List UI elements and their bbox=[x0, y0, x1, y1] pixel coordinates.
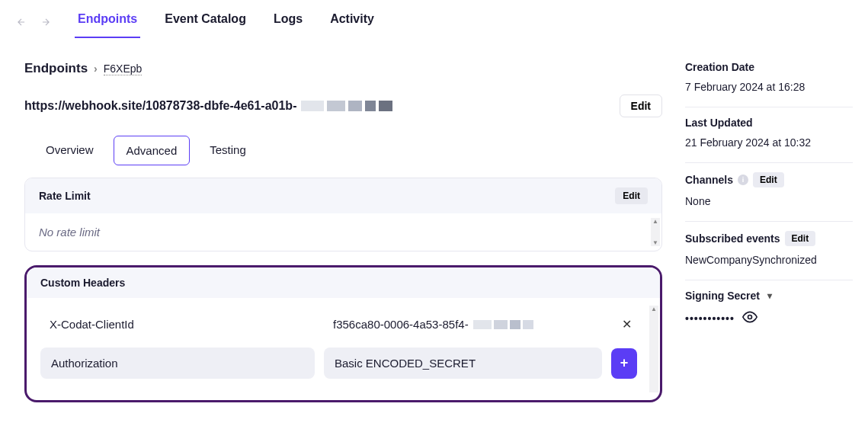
breadcrumb-id[interactable]: F6XEpb bbox=[104, 62, 143, 75]
edit-endpoint-button[interactable]: Edit bbox=[620, 94, 662, 117]
redacted-segment bbox=[301, 101, 392, 111]
scrollbar[interactable]: ▲▼ bbox=[649, 306, 658, 392]
rate-limit-panel: Rate Limit Edit No rate limit ▲▼ bbox=[24, 178, 662, 251]
eye-icon[interactable] bbox=[742, 309, 757, 327]
creation-date-section: Creation Date 7 February 2024 at 16:28 bbox=[685, 61, 853, 107]
rate-limit-edit-button[interactable]: Edit bbox=[615, 187, 648, 204]
delete-header-icon[interactable]: ✕ bbox=[616, 317, 637, 332]
header-key: X-Codat-ClientId bbox=[40, 310, 315, 338]
header-row: X-Codat-ClientId f356ca80-0006-4a53-85f4… bbox=[40, 310, 637, 338]
add-header-button[interactable]: + bbox=[611, 348, 637, 379]
endpoint-url-text: https://webhook.site/10878738-dbfe-4e61-… bbox=[24, 99, 296, 113]
svg-point-0 bbox=[748, 315, 751, 319]
channels-edit-button[interactable]: Edit bbox=[753, 172, 784, 187]
subscribed-events-label: Subscribed events bbox=[685, 232, 780, 245]
header-value-input[interactable] bbox=[324, 348, 602, 379]
channels-value: None bbox=[685, 195, 853, 207]
sub-tabs: Overview Advanced Testing bbox=[24, 136, 662, 165]
chevron-down-icon[interactable]: ▾ bbox=[767, 290, 772, 301]
info-icon[interactable]: i bbox=[738, 175, 748, 185]
tab-activity[interactable]: Activity bbox=[327, 6, 377, 38]
custom-headers-title: Custom Headers bbox=[40, 277, 125, 289]
last-updated-section: Last Updated 21 February 2024 at 10:32 bbox=[685, 107, 853, 163]
rate-limit-value: No rate limit bbox=[39, 226, 648, 239]
tab-endpoints[interactable]: Endpoints bbox=[75, 6, 140, 38]
creation-date-label: Creation Date bbox=[685, 61, 853, 73]
subtab-testing[interactable]: Testing bbox=[197, 136, 258, 165]
top-tabs: Endpoints Event Catalog Logs Activity bbox=[75, 6, 377, 38]
breadcrumb: Endpoints › F6XEpb bbox=[24, 61, 662, 76]
header-key-input[interactable] bbox=[40, 348, 315, 379]
header-value-text: f356ca80-0006-4a53-85f4- bbox=[333, 318, 469, 331]
signing-secret-masked: ••••••••••• bbox=[685, 312, 735, 325]
breadcrumb-root[interactable]: Endpoints bbox=[24, 61, 88, 76]
creation-date-value: 7 February 2024 at 16:28 bbox=[685, 81, 853, 93]
signing-secret-section: Signing Secret ▾ ••••••••••• bbox=[685, 280, 853, 341]
signing-secret-label: Signing Secret bbox=[685, 290, 760, 302]
nav-forward-icon[interactable] bbox=[37, 13, 55, 31]
tab-event-catalog[interactable]: Event Catalog bbox=[162, 6, 249, 38]
scrollbar[interactable]: ▲▼ bbox=[651, 218, 660, 246]
rate-limit-title: Rate Limit bbox=[39, 190, 91, 202]
subtab-overview[interactable]: Overview bbox=[34, 136, 106, 165]
nav-back-icon[interactable] bbox=[12, 13, 30, 31]
subscribed-events-value: NewCompanySynchronized bbox=[685, 254, 853, 266]
subtab-advanced[interactable]: Advanced bbox=[114, 136, 191, 165]
tab-logs[interactable]: Logs bbox=[271, 6, 306, 38]
channels-section: Channels i Edit None bbox=[685, 163, 853, 222]
channels-label: Channels bbox=[685, 174, 733, 186]
last-updated-value: 21 February 2024 at 10:32 bbox=[685, 136, 853, 149]
last-updated-label: Last Updated bbox=[685, 117, 853, 129]
endpoint-url: https://webhook.site/10878738-dbfe-4e61-… bbox=[24, 99, 392, 113]
header-value: f356ca80-0006-4a53-85f4- bbox=[324, 310, 607, 338]
subscribed-events-edit-button[interactable]: Edit bbox=[785, 231, 816, 246]
header-new-row: + bbox=[40, 348, 637, 379]
redacted-segment bbox=[473, 320, 533, 329]
chevron-right-icon: › bbox=[94, 62, 98, 75]
subscribed-events-section: Subscribed events Edit NewCompanySynchro… bbox=[685, 222, 853, 280]
custom-headers-panel: Custom Headers X-Codat-ClientId f356ca80… bbox=[24, 265, 662, 402]
